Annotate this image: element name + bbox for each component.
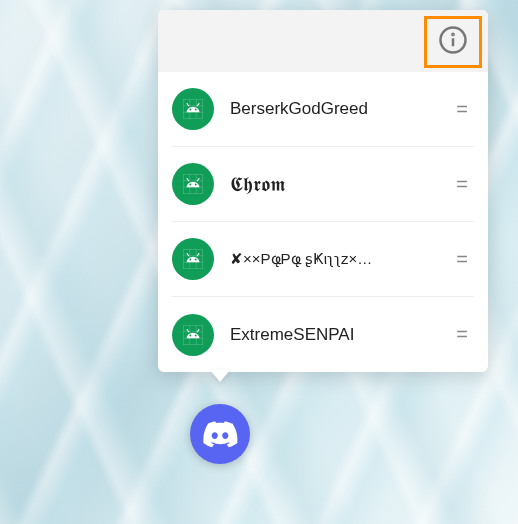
info-icon[interactable]: [438, 25, 468, 59]
info-button-highlight: [424, 16, 482, 68]
avatar: [172, 88, 214, 130]
drag-handle-icon[interactable]: =: [450, 248, 474, 271]
avatar: [172, 163, 214, 205]
list-item[interactable]: ✘××Pҩ̨Pҩ̨ ʂҜιʅʅz×… =: [172, 222, 474, 297]
username-label: 𝕮𝖍𝖗𝖔𝖒: [214, 173, 450, 196]
android-icon: [180, 322, 206, 348]
android-icon: [180, 96, 206, 122]
list-item[interactable]: ExtremeSENPAI =: [172, 297, 474, 372]
android-icon: [180, 246, 206, 272]
username-label: ExtremeSENPAI: [214, 325, 450, 345]
svg-line-28: [187, 254, 189, 256]
notification-popup: BerserkGodGreed = 𝕮𝖍𝖗𝖔𝖒 =: [158, 10, 488, 372]
username-label: ✘××Pҩ̨Pҩ̨ ʂҜιʅʅz×…: [214, 250, 450, 268]
svg-line-19: [187, 179, 189, 181]
user-list: BerserkGodGreed = 𝕮𝖍𝖗𝖔𝖒 =: [158, 72, 488, 372]
svg-line-37: [187, 329, 189, 331]
svg-line-29: [197, 254, 199, 256]
drag-handle-icon[interactable]: =: [450, 98, 474, 121]
avatar: [172, 238, 214, 280]
android-icon: [180, 171, 206, 197]
svg-point-8: [189, 109, 191, 111]
svg-line-38: [197, 329, 199, 331]
svg-point-27: [195, 259, 197, 261]
discord-app-icon[interactable]: [190, 404, 250, 464]
svg-point-9: [195, 109, 197, 111]
discord-icon: [201, 415, 239, 453]
popup-header: [158, 10, 488, 72]
svg-line-11: [197, 104, 199, 106]
svg-line-20: [197, 179, 199, 181]
list-item[interactable]: BerserkGodGreed =: [172, 72, 474, 147]
avatar: [172, 314, 214, 356]
svg-point-26: [189, 259, 191, 261]
svg-point-18: [195, 184, 197, 186]
svg-point-35: [189, 334, 191, 336]
drag-handle-icon[interactable]: =: [450, 173, 474, 196]
svg-line-10: [187, 104, 189, 106]
list-item[interactable]: 𝕮𝖍𝖗𝖔𝖒 =: [172, 147, 474, 222]
svg-point-36: [195, 334, 197, 336]
popup-tail: [210, 370, 230, 382]
svg-point-17: [189, 184, 191, 186]
drag-handle-icon[interactable]: =: [450, 323, 474, 346]
username-label: BerserkGodGreed: [214, 99, 450, 119]
svg-point-2: [452, 34, 453, 35]
